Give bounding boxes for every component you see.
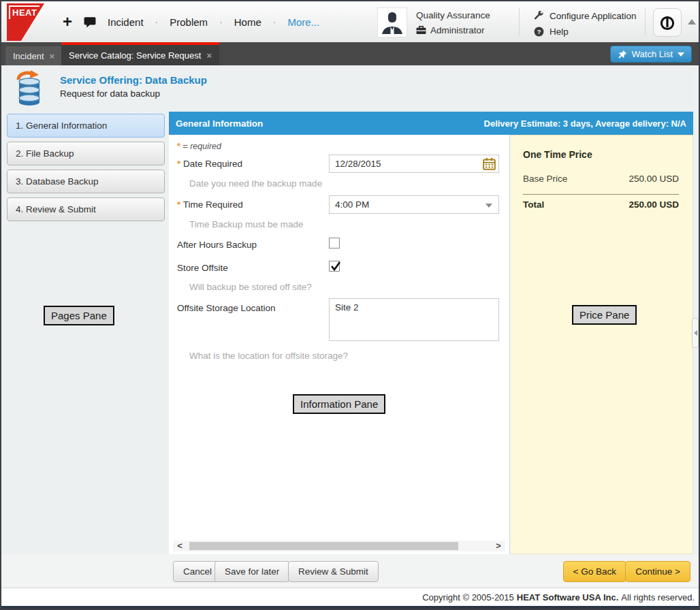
required-star: * [177,159,180,169]
after-hours-checkbox[interactable] [329,238,340,248]
pages-pane-annotation: Pages Pane [44,306,114,325]
top-toolbar: HEAT + Incident · Problem · Home · More.… [1,1,699,42]
go-back-button[interactable]: < Go Back [563,561,626,582]
copyright-prefix: Copyright © 2005-2015 [422,592,514,603]
continue-button[interactable]: Continue > [625,561,690,582]
offsite-location-textarea[interactable]: Site 2 [329,298,499,341]
save-for-later-button[interactable]: Save for later [214,561,289,582]
horizontal-scrollbar[interactable]: < > [173,541,505,551]
copyright-suffix: All rights reserved. [621,592,695,603]
bottom-accent-bar [1,606,699,609]
help-icon: ? [534,27,544,37]
menu-item-home[interactable]: Home [234,16,261,28]
menu-separator: · [219,16,223,27]
plus-icon: + [63,14,72,30]
power-icon [658,14,676,31]
menu-item-problem[interactable]: Problem [170,16,208,28]
offsite-location-hint: What is the location for offsite storage… [189,351,348,361]
chat-button[interactable] [84,16,96,28]
page-title: Service Offering: Data Backup [60,74,207,86]
store-offsite-hint: Will backup be stored off site? [189,282,312,292]
toolbar-divider [519,8,520,37]
tab-bar: Incident × Service Catalog: Service Requ… [1,42,699,65]
config-block: Configure Application ? Help [534,9,637,40]
after-hours-label: After Hours Backup [177,240,257,250]
copyright-bar: Copyright © 2005-2015 HEAT Software USA … [1,588,699,606]
page-subtitle: Request for data backup [60,89,160,99]
store-offsite-checkbox[interactable] [329,261,340,272]
date-required-label: * Date Required [177,159,242,169]
section-header: General Information Delivery Estimate: 3… [169,112,693,135]
tab-close-icon[interactable]: × [206,50,212,61]
menu-item-incident[interactable]: Incident [108,16,144,28]
time-required-value: 4:00 PM [335,199,369,210]
user-role: Administrator [430,25,485,35]
tab-incident[interactable]: Incident × [5,46,62,65]
section-title: General Information [176,118,263,129]
price-title: One Time Price [523,149,592,160]
pane-collapse-handle[interactable] [692,318,699,348]
menu-separator: · [273,16,276,27]
information-pane: * = required * Date Required Date you ne… [169,135,510,554]
watch-list-label: Watch List [632,49,673,59]
menu-item-more[interactable]: More... [287,16,319,28]
heat-logo-text: HEAT [9,5,39,19]
new-record-button[interactable]: + [63,14,72,30]
page-button-review-submit[interactable]: 4. Review & Submit [7,197,165,221]
calendar-icon [483,157,496,170]
review-submit-button[interactable]: Review & Submit [288,561,379,582]
required-note-text: = required [182,142,221,151]
top-menu: + Incident · Problem · Home · More... [63,1,319,42]
configure-application-link[interactable]: Configure Application [534,9,637,22]
chevron-up-icon [688,19,696,25]
information-pane-annotation: Information Pane [293,394,385,414]
help-link[interactable]: ? Help [534,25,637,38]
heat-logo[interactable]: HEAT [7,3,44,41]
time-required-select[interactable]: 4:00 PM [329,195,499,214]
page-button-general-information[interactable]: 1. General Information [7,114,165,138]
data-backup-icon [10,69,47,109]
configure-application-label: Configure Application [550,11,637,21]
page-button-database-backup[interactable]: 3. Database Backup [7,170,165,193]
user-block[interactable]: Quality Assurance Administrator [377,7,490,37]
logout-button[interactable] [653,8,682,37]
chat-bubble-icon [84,16,96,28]
app-window: HEAT + Incident · Problem · Home · More.… [0,0,700,610]
scrollbar-thumb[interactable] [189,542,458,550]
required-note: * = required [177,142,221,151]
scroll-left-arrow[interactable]: < [173,541,187,551]
toolbar-collapse-button[interactable] [688,19,697,27]
help-label: Help [550,27,569,37]
store-offsite-label: Store Offsite [177,263,228,273]
date-required-input[interactable] [329,155,499,173]
action-bar: Cancel Save for later Review & Submit < … [1,554,699,588]
page-button-file-backup[interactable]: 2. File Backup [7,142,165,165]
calendar-picker-button[interactable] [483,157,496,171]
briefcase-icon [416,26,426,35]
tab-close-icon[interactable]: × [50,51,55,61]
user-text: Quality Assurance Administrator [416,7,490,37]
time-required-hint: Time Backup must be made [189,219,304,229]
chevron-down-icon [486,204,492,208]
svg-text:?: ? [537,28,541,35]
price-separator [523,194,679,195]
chevron-left-icon [694,330,697,336]
wrench-icon [534,11,544,21]
scroll-right-arrow[interactable]: > [492,541,505,551]
date-required-hint: Date you need the backup made [189,178,322,189]
time-required-label: * Time Required [177,199,243,210]
offsite-location-label: Offsite Storage Location [177,303,276,313]
price-pane-annotation: Price Pane [572,305,637,325]
chevron-down-icon [678,52,684,57]
scrollbar-track[interactable] [187,541,492,551]
tab-service-catalog[interactable]: Service Catalog: Service Request × [61,42,219,65]
tab-label: Incident [13,51,44,61]
watch-list-button[interactable]: Watch List [610,46,692,63]
total-value: 250.00 USD [629,199,679,210]
required-star: * [177,142,180,151]
user-name: Quality Assurance [416,10,490,20]
base-price-value: 250.00 USD [629,174,679,184]
copyright-company: HEAT Software USA Inc. [517,592,619,603]
price-pane: One Time Price Base Price 250.00 USD Tot… [511,135,693,554]
person-icon [378,8,407,37]
